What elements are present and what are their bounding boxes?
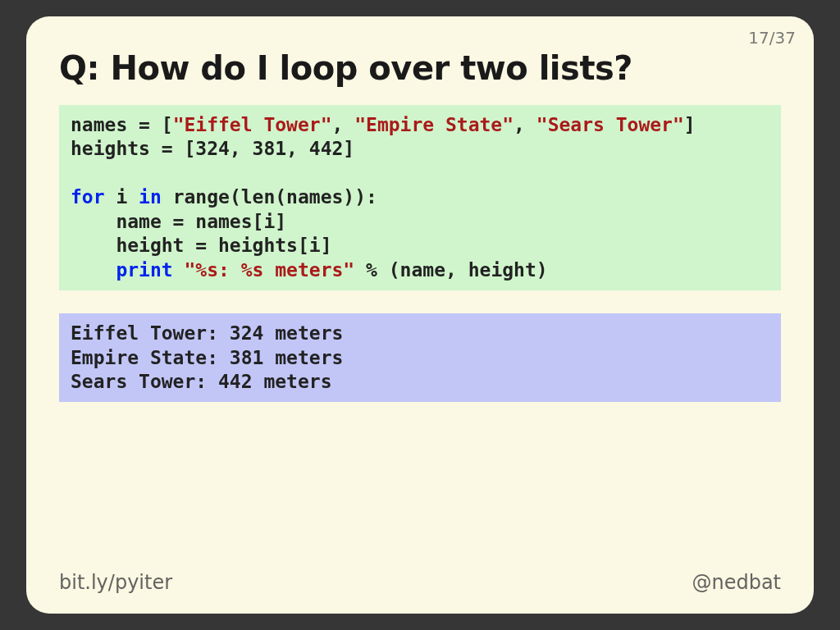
output-block: Eiffel Tower: 324 meters Empire State: 3… xyxy=(59,313,781,402)
code-line-3-kw2: in xyxy=(139,186,162,208)
slide-card: 17/37 Q: How do I loop over two lists? n… xyxy=(26,16,814,614)
code-line-3b: range(len(names)): xyxy=(162,186,377,208)
page-sep: / xyxy=(769,28,775,48)
code-line-3-kw1: for xyxy=(71,186,105,208)
code-line-1d: ] xyxy=(684,114,696,135)
code-line-6a xyxy=(71,259,116,281)
code-line-5: height = heights[i] xyxy=(71,235,332,256)
page-counter: 17/37 xyxy=(748,28,796,48)
code-line-1b: , xyxy=(332,114,355,135)
code-line-1-s1: "Eiffel Tower" xyxy=(173,114,332,135)
slide-title: Q: How do I loop over two lists? xyxy=(59,49,781,87)
page-total: 37 xyxy=(775,28,796,48)
code-line-6c: % (name, height) xyxy=(354,259,547,281)
code-line-1-s2: "Empire State" xyxy=(354,114,514,135)
code-line-3a: i xyxy=(105,186,139,208)
page-current: 17 xyxy=(748,28,769,48)
footer: bit.ly/pyiter @nedbat xyxy=(59,571,781,594)
code-line-1-s3: "Sears Tower" xyxy=(536,114,684,135)
code-block: names = ["Eiffel Tower", "Empire State",… xyxy=(59,105,781,290)
footer-handle: @nedbat xyxy=(692,571,781,594)
code-line-2: heights = [324, 381, 442] xyxy=(71,138,354,159)
code-line-1a: names = [ xyxy=(71,114,173,135)
code-line-6b xyxy=(173,259,185,281)
footer-link: bit.ly/pyiter xyxy=(59,571,172,594)
code-line-6-kw: print xyxy=(116,259,172,281)
code-line-1c: , xyxy=(514,114,536,135)
code-line-4: name = names[i] xyxy=(71,211,286,232)
code-line-6-s: "%s: %s meters" xyxy=(185,259,355,281)
